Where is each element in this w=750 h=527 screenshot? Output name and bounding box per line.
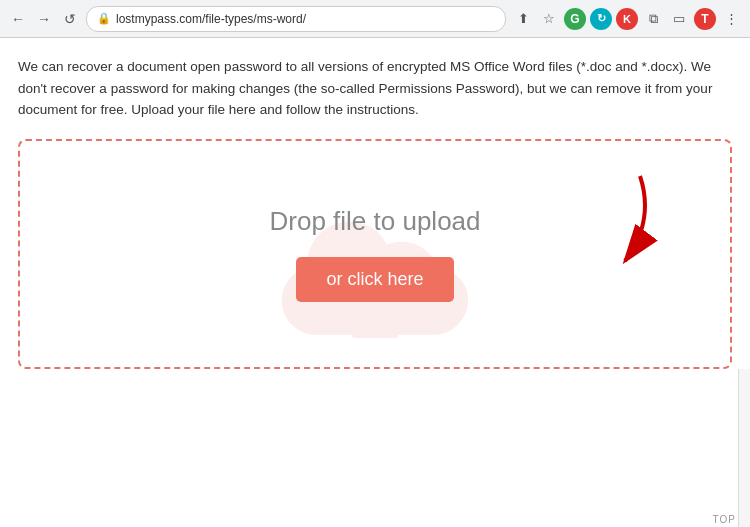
teal-icon[interactable]: ↻ bbox=[590, 8, 612, 30]
browser-toolbar: ← → ↺ 🔒 lostmypass.com/file-types/ms-wor… bbox=[0, 0, 750, 38]
url-text: lostmypass.com/file-types/ms-word/ bbox=[116, 12, 306, 26]
share-icon[interactable]: ⬆ bbox=[512, 8, 534, 30]
description-text: We can recover a document open password … bbox=[18, 56, 732, 121]
lock-icon: 🔒 bbox=[97, 12, 111, 25]
address-bar[interactable]: 🔒 lostmypass.com/file-types/ms-word/ bbox=[86, 6, 506, 32]
upload-area[interactable]: Drop file to upload or click here bbox=[18, 139, 732, 369]
more-icon[interactable]: ⋮ bbox=[720, 8, 742, 30]
star-icon[interactable]: ☆ bbox=[538, 8, 560, 30]
forward-button[interactable]: → bbox=[34, 9, 54, 29]
refresh-button[interactable]: ↺ bbox=[60, 9, 80, 29]
svg-marker-1 bbox=[358, 308, 392, 329]
k-icon[interactable]: K bbox=[616, 8, 638, 30]
top-label[interactable]: TOP bbox=[713, 512, 736, 527]
toolbar-icons: ⬆ ☆ G ↻ K ⧉ ▭ T ⋮ bbox=[512, 8, 742, 30]
click-here-button[interactable]: or click here bbox=[296, 257, 453, 302]
g-icon[interactable]: G bbox=[564, 8, 586, 30]
puzzle-icon[interactable]: ⧉ bbox=[642, 8, 664, 30]
back-button[interactable]: ← bbox=[8, 9, 28, 29]
avatar[interactable]: T bbox=[694, 8, 716, 30]
svg-rect-2 bbox=[352, 331, 399, 337]
arrow-annotation bbox=[540, 171, 670, 284]
cast-icon[interactable]: ▭ bbox=[668, 8, 690, 30]
drop-file-label: Drop file to upload bbox=[269, 206, 480, 237]
page-content: We can recover a document open password … bbox=[0, 38, 750, 369]
